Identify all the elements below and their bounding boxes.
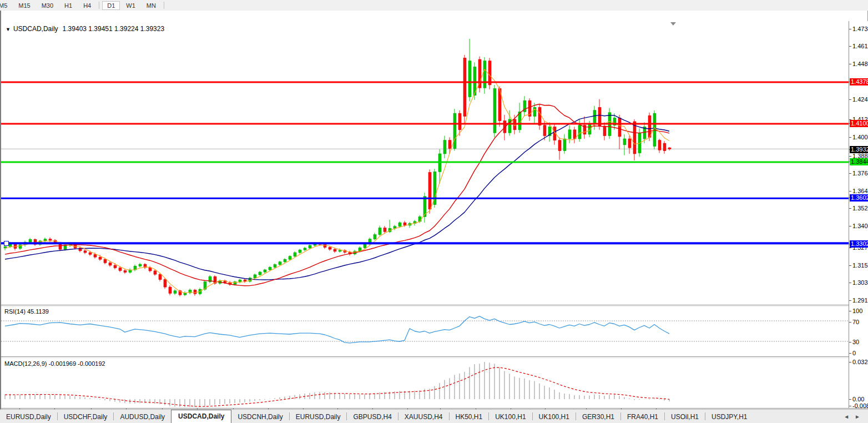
candle-bullish [294, 253, 296, 256]
timeframe-button-d1[interactable]: D1 [102, 1, 120, 10]
axis-tick [849, 99, 851, 100]
price-badge-red: 1.41000 [850, 120, 868, 127]
candlestick-chart[interactable] [1, 11, 868, 420]
axis-tick [849, 300, 851, 301]
chart-tab-ger30-h1[interactable]: GER30,H1 [576, 411, 620, 423]
macd-signal-line [5, 367, 669, 406]
candle-bullish [264, 270, 266, 272]
chart-tab-fra40-h1[interactable]: FRA40,H1 [621, 411, 664, 423]
hline-selection-handle[interactable] [4, 241, 9, 246]
pane-splitter-macd-light [1, 357, 868, 358]
candle-bullish [398, 223, 401, 226]
timeframe-button-m30[interactable]: M30 [37, 1, 58, 10]
timeframe-button-mn[interactable]: MN [142, 1, 161, 10]
price-badge-red: 1.43780 [850, 78, 868, 85]
chart-tab-audusd-daily[interactable]: AUDUSD,Daily [114, 411, 171, 423]
toolbar-separator [164, 2, 164, 9]
chart-tab-usdcad-daily[interactable]: USDCAD,Daily [171, 410, 231, 423]
tab-scroll-controls: ◄► [844, 414, 868, 423]
candle-bearish [119, 268, 122, 271]
axis-tick [849, 208, 851, 209]
candle-bullish [533, 107, 536, 116]
price-axis-label: 1.30365 [852, 279, 868, 286]
timeframe-button-w1[interactable]: W1 [121, 1, 140, 10]
axis-tick [849, 399, 851, 400]
chart-tab-uk100-h1[interactable]: UK100,H1 [489, 411, 532, 423]
candle-bullish [563, 139, 566, 151]
chart-tab-eurusd-daily[interactable]: EURUSD,Daily [290, 411, 347, 423]
candle-bullish [443, 140, 446, 154]
candle-bearish [49, 239, 52, 240]
symbol-period-label: USDCAD,Daily [13, 25, 58, 33]
candle-bearish [428, 173, 431, 209]
candle-bullish [309, 245, 311, 248]
timeframe-toolbar: M5M15M30H1H4D1W1MN [0, 0, 868, 11]
pane-splitter-rsi[interactable] [1, 305, 868, 305]
chart-tab-eurusd-daily[interactable]: EURUSD,Daily [0, 411, 57, 423]
chart-tab-hk50-h1[interactable]: HK50,H1 [450, 411, 489, 423]
axis-tick [849, 406, 851, 406]
candle-bullish [483, 61, 486, 88]
price-badge-blue: 1.33026 [850, 240, 868, 248]
indicator-axis-label: 0.00 [852, 396, 864, 402]
axis-tick [849, 173, 851, 174]
price-axis[interactable]: 1.473401.461151.448901.424751.412851.400… [849, 21, 868, 420]
chart-tab-usoil-h1[interactable]: USOil,H1 [665, 411, 705, 423]
candle-bearish [558, 140, 561, 151]
candle-bearish [329, 248, 331, 250]
axis-tick [849, 226, 851, 226]
candle-bearish [488, 61, 491, 85]
tab-scroll-right-icon[interactable]: ► [855, 414, 860, 420]
candle-bullish [259, 272, 261, 275]
timeframe-button-m5[interactable]: M5 [0, 1, 12, 10]
price-badge-black: 1.39323 [850, 146, 868, 153]
axis-tick [849, 248, 851, 248]
chart-tab-bar: EURUSD,DailyUSDCHF,DailyAUDUSD,DailyUSDC… [0, 409, 868, 423]
timeframe-button-m15[interactable]: M15 [13, 1, 35, 10]
candle-bullish [468, 61, 471, 97]
candle-bearish [648, 115, 651, 137]
candle-bullish [274, 265, 276, 268]
axis-tick [849, 64, 851, 64]
axis-tick [849, 322, 851, 323]
pane-splitter-macd[interactable] [1, 356, 868, 357]
candle-bullish [493, 89, 496, 133]
timeframe-button-h1[interactable]: H1 [59, 1, 77, 10]
candle-bullish [64, 245, 67, 249]
chart-tab-gbpusd-h4[interactable]: GBPUSD,H4 [347, 411, 397, 423]
candle-bullish [339, 250, 341, 251]
candle-bearish [104, 259, 107, 263]
candle-bullish [139, 264, 142, 266]
tab-scroll-left-icon[interactable]: ◄ [844, 414, 849, 420]
price-axis-label: 1.40060 [852, 134, 868, 140]
indicator-axis-label: 0.032493 [852, 359, 868, 365]
candle-bearish [633, 122, 636, 154]
candle-bullish [418, 216, 421, 221]
chevron-down-icon[interactable]: ▼ [6, 27, 11, 32]
price-axis-label: 1.44890 [852, 61, 868, 67]
candle-bearish [99, 257, 102, 259]
axis-tick [849, 156, 851, 157]
chart-title: ▼USDCAD,Daily1.39403 1.39451 1.39224 1.3… [6, 25, 164, 33]
candle-bullish [279, 262, 281, 265]
chart-tab-xauusd-h4[interactable]: XAUUSD,H4 [398, 411, 449, 423]
indicator-axis-label: 0 [852, 350, 856, 356]
candle-bearish [94, 254, 97, 257]
price-badge-green: 1.38447 [850, 158, 868, 165]
candle-bearish [109, 263, 112, 265]
candle-bullish [374, 235, 376, 239]
candle-bearish [383, 228, 386, 232]
price-badge-blue: 1.36029 [850, 194, 868, 202]
chart-tab-uk100-h1[interactable]: UK100,H1 [533, 411, 576, 423]
chart-shift-marker[interactable] [670, 22, 676, 26]
candle-bullish [304, 248, 306, 250]
pane-splitter-rsi-light [1, 306, 868, 306]
chart-tab-usdjpy-h1[interactable]: USDJPY,H1 [705, 411, 753, 423]
axis-tick [849, 342, 851, 343]
candle-bullish [623, 139, 626, 145]
axis-tick [849, 353, 851, 354]
candle-bearish [573, 130, 576, 139]
timeframe-button-h4[interactable]: H4 [78, 1, 96, 10]
chart-tab-usdcnh-daily[interactable]: USDCNH,Daily [231, 411, 289, 423]
chart-tab-usdchf-daily[interactable]: USDCHF,Daily [58, 411, 114, 423]
